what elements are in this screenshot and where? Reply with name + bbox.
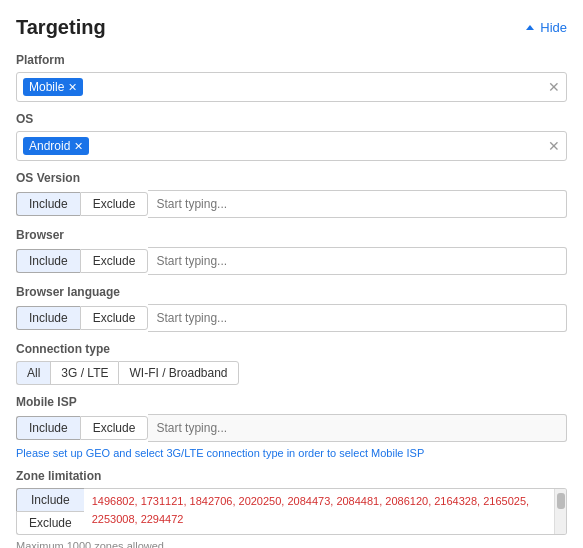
os-version-include-button[interactable]: Include <box>16 192 80 216</box>
os-version-row: Include Exclude <box>16 190 567 218</box>
platform-section: Platform Mobile ✕ ✕ <box>16 53 567 102</box>
mobile-isp-input[interactable] <box>148 414 567 442</box>
browser-language-label: Browser language <box>16 285 567 299</box>
mobile-isp-row: Include Exclude <box>16 414 567 442</box>
zone-limitation-row: Include Exclude 1496802, 1731121, 184270… <box>16 488 567 535</box>
zone-limitation-section: Zone limitation Include Exclude 1496802,… <box>16 469 567 548</box>
os-version-label: OS Version <box>16 171 567 185</box>
browser-language-input[interactable] <box>148 304 567 332</box>
browser-input[interactable] <box>148 247 567 275</box>
hide-link[interactable]: Hide <box>526 20 567 35</box>
zone-limitation-label: Zone limitation <box>16 469 567 483</box>
platform-tag-close[interactable]: ✕ <box>68 81 77 94</box>
mobile-isp-exclude-button[interactable]: Exclude <box>80 416 149 440</box>
os-clear-icon[interactable]: ✕ <box>548 138 560 154</box>
max-zones-note: Maximum 1000 zones allowed <box>16 540 567 548</box>
zone-scroll-thumb <box>557 493 565 509</box>
os-label: OS <box>16 112 567 126</box>
platform-tag: Mobile ✕ <box>23 78 83 96</box>
connection-3g-button[interactable]: 3G / LTE <box>50 361 118 385</box>
zone-include-button[interactable]: Include <box>16 488 84 511</box>
zone-values-box[interactable]: 1496802, 1731121, 1842706, 2020250, 2084… <box>84 488 567 535</box>
os-tag: Android ✕ <box>23 137 89 155</box>
connection-type-section: Connection type All 3G / LTE WI-FI / Bro… <box>16 342 567 385</box>
hide-label: Hide <box>540 20 567 35</box>
os-tag-text: Android <box>29 139 70 153</box>
connection-type-label: Connection type <box>16 342 567 356</box>
platform-tag-text: Mobile <box>29 80 64 94</box>
platform-clear-icon[interactable]: ✕ <box>548 79 560 95</box>
os-version-section: OS Version Include Exclude <box>16 171 567 218</box>
browser-exclude-button[interactable]: Exclude <box>80 249 149 273</box>
mobile-isp-warning: Please set up GEO and select 3G/LTE conn… <box>16 447 567 459</box>
chevron-up-icon <box>526 25 534 30</box>
browser-language-exclude-button[interactable]: Exclude <box>80 306 149 330</box>
platform-input-box[interactable]: Mobile ✕ ✕ <box>16 72 567 102</box>
page-header: Targeting Hide <box>16 16 567 39</box>
mobile-isp-label: Mobile ISP <box>16 395 567 409</box>
os-input-box[interactable]: Android ✕ ✕ <box>16 131 567 161</box>
os-section: OS Android ✕ ✕ <box>16 112 567 161</box>
browser-language-section: Browser language Include Exclude <box>16 285 567 332</box>
browser-section: Browser Include Exclude <box>16 228 567 275</box>
browser-label: Browser <box>16 228 567 242</box>
zone-values-text: 1496802, 1731121, 1842706, 2020250, 2084… <box>92 493 550 528</box>
zone-scrollbar[interactable] <box>554 489 566 534</box>
zone-exclude-button[interactable]: Exclude <box>16 511 84 535</box>
platform-label: Platform <box>16 53 567 67</box>
page-title: Targeting <box>16 16 106 39</box>
connection-all-button[interactable]: All <box>16 361 50 385</box>
mobile-isp-include-button[interactable]: Include <box>16 416 80 440</box>
os-version-input[interactable] <box>148 190 567 218</box>
browser-language-row: Include Exclude <box>16 304 567 332</box>
browser-include-button[interactable]: Include <box>16 249 80 273</box>
connection-type-row: All 3G / LTE WI-FI / Broadband <box>16 361 567 385</box>
mobile-isp-section: Mobile ISP Include Exclude Please set up… <box>16 395 567 459</box>
browser-language-include-button[interactable]: Include <box>16 306 80 330</box>
os-tag-close[interactable]: ✕ <box>74 140 83 153</box>
connection-wifi-button[interactable]: WI-FI / Broadband <box>118 361 238 385</box>
browser-row: Include Exclude <box>16 247 567 275</box>
os-version-exclude-button[interactable]: Exclude <box>80 192 149 216</box>
